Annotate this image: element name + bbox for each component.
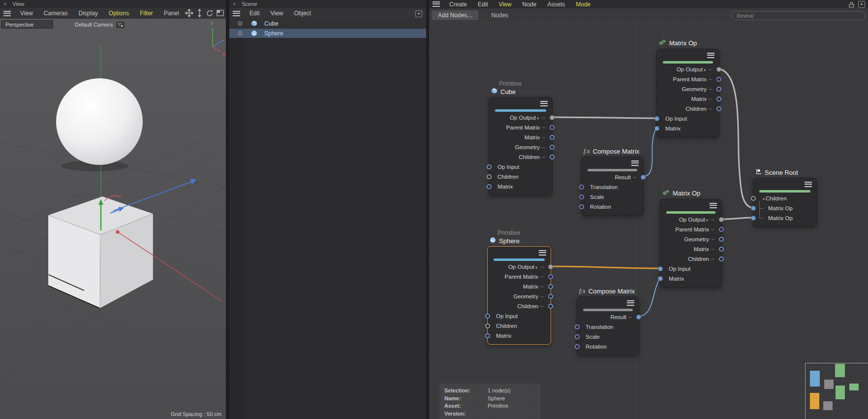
node-scene-root[interactable]: Scene Root▾ChildrenMatrix OpMatrix Op bbox=[753, 178, 817, 227]
projection-selector[interactable]: Perspective bbox=[1, 20, 53, 29]
port-in-scale[interactable] bbox=[579, 194, 584, 199]
menu-item-view[interactable]: View bbox=[494, 1, 517, 8]
port-out-parent-matrix[interactable] bbox=[550, 125, 555, 130]
node-compose-matrix-2[interactable]: f:xCompose MatrixResultTranslationScaleR… bbox=[577, 296, 639, 355]
port-in-children[interactable] bbox=[751, 196, 756, 201]
menu-item-node[interactable]: Node bbox=[517, 1, 542, 8]
reveal-search-input[interactable] bbox=[731, 11, 865, 20]
menu-item-display[interactable]: Display bbox=[73, 10, 103, 17]
node-title[interactable]: Sphere bbox=[490, 237, 520, 245]
tab-nodes[interactable]: Nodes bbox=[491, 12, 508, 19]
port-in-op-input[interactable] bbox=[487, 164, 492, 169]
wire-matrix-op-2-op-output-to-scene-root-child-2[interactable] bbox=[722, 218, 753, 219]
node-menu-icon[interactable] bbox=[539, 250, 546, 256]
node-title[interactable]: Cube bbox=[491, 88, 516, 96]
node-cube[interactable]: PrimitiveCubeOp Output▾Parent MatrixMatr… bbox=[489, 97, 553, 195]
panel-unfold-icon[interactable]: + bbox=[415, 10, 422, 17]
port-out-result[interactable] bbox=[641, 175, 646, 180]
scene-list-item-cube[interactable]: Cube bbox=[229, 19, 426, 29]
port-in-matrix-op[interactable] bbox=[751, 216, 756, 221]
node-title[interactable]: f:xCompose Matrix bbox=[584, 147, 639, 155]
port-in-matrix[interactable] bbox=[654, 126, 659, 131]
port-out-children[interactable] bbox=[548, 304, 553, 309]
port-in-matrix[interactable] bbox=[487, 184, 492, 189]
navigator-minimap[interactable] bbox=[800, 360, 868, 419]
wire-compose-matrix-2-result-to-matrix-op-2-matrix[interactable] bbox=[639, 278, 660, 317]
minimap-node-matrix-op-2[interactable] bbox=[836, 386, 845, 399]
port-out-op-output[interactable] bbox=[550, 115, 555, 120]
chevron-down-icon[interactable]: ▾ bbox=[534, 265, 538, 270]
port-out-op-output[interactable] bbox=[719, 217, 724, 222]
port-out-matrix[interactable] bbox=[719, 247, 724, 252]
port-in-translation[interactable] bbox=[575, 324, 580, 329]
minimap-node-matrix-op-1[interactable] bbox=[835, 364, 845, 377]
port-out-parent-matrix[interactable] bbox=[548, 274, 553, 279]
port-out-matrix[interactable] bbox=[550, 135, 555, 140]
menu-item-create[interactable]: Create bbox=[444, 1, 472, 8]
active-camera-label[interactable]: Default Camera bbox=[75, 21, 124, 29]
menu-item-edit[interactable]: Edit bbox=[472, 1, 494, 8]
port-out-parent-matrix[interactable] bbox=[719, 227, 724, 232]
hamburger-menu-icon[interactable] bbox=[233, 11, 240, 16]
node-title[interactable]: f:xCompose Matrix bbox=[579, 287, 635, 295]
move-view-icon[interactable] bbox=[185, 9, 193, 17]
port-in-children[interactable] bbox=[487, 174, 492, 179]
port-out-children[interactable] bbox=[719, 257, 724, 261]
port-out-parent-matrix[interactable] bbox=[716, 77, 721, 82]
menu-item-panel[interactable]: Panel bbox=[158, 10, 185, 17]
port-in-op-input[interactable] bbox=[654, 116, 659, 121]
minimap-node-scene-root[interactable] bbox=[849, 384, 859, 390]
rotate-view-icon[interactable] bbox=[206, 9, 214, 17]
port-in-op-input[interactable] bbox=[658, 266, 663, 271]
wire-sphere-op-output-to-matrix-op-2-op-input[interactable] bbox=[551, 266, 660, 268]
node-compose-matrix-1[interactable]: f:xCompose MatrixResultTranslationScaleR… bbox=[581, 157, 644, 216]
menu-item-edit[interactable]: Edit bbox=[244, 10, 265, 17]
close-icon[interactable]: × bbox=[3, 1, 6, 7]
wire-cube-op-output-to-matrix-op-1-op-input[interactable] bbox=[553, 117, 656, 118]
layer-stack-icon[interactable] bbox=[237, 21, 243, 26]
viewport-layout-icon[interactable] bbox=[217, 10, 224, 16]
node-menu-icon[interactable] bbox=[631, 161, 639, 166]
port-out-op-output[interactable] bbox=[548, 264, 553, 269]
hamburger-menu-icon[interactable] bbox=[433, 1, 440, 7]
port-out-geometry[interactable] bbox=[550, 145, 555, 150]
node-menu-icon[interactable] bbox=[710, 203, 717, 208]
minimap-node-compose-matrix-1[interactable] bbox=[824, 380, 834, 389]
port-out-matrix[interactable] bbox=[548, 284, 553, 289]
menu-item-view[interactable]: View bbox=[265, 10, 289, 17]
node-menu-icon[interactable] bbox=[707, 53, 714, 58]
node-menu-icon[interactable] bbox=[627, 300, 634, 306]
port-in-translation[interactable] bbox=[579, 185, 584, 190]
hamburger-menu-icon[interactable] bbox=[3, 11, 11, 16]
menu-item-filter[interactable]: Filter bbox=[134, 10, 158, 17]
lock-icon[interactable] bbox=[849, 1, 854, 8]
node-menu-icon[interactable] bbox=[805, 182, 812, 187]
port-in-rotation[interactable] bbox=[575, 344, 580, 349]
panel-unfold-icon[interactable]: + bbox=[858, 1, 865, 8]
port-out-geometry[interactable] bbox=[719, 237, 724, 242]
node-matrix-op-1[interactable]: Matrix OpOp Output▾Parent MatrixGeometry… bbox=[656, 49, 719, 137]
port-in-rotation[interactable] bbox=[579, 204, 584, 209]
port-out-geometry[interactable] bbox=[716, 87, 721, 92]
sphere-object[interactable] bbox=[56, 78, 143, 165]
minimap-node-cube[interactable] bbox=[810, 371, 820, 387]
minimap-node-sphere[interactable] bbox=[810, 393, 819, 409]
dolly-view-icon[interactable] bbox=[196, 9, 203, 17]
port-in-matrix[interactable] bbox=[485, 333, 490, 338]
node-sphere[interactable]: PrimitiveSphereOp Output▾Parent MatrixMa… bbox=[487, 246, 551, 345]
menu-item-cameras[interactable]: Cameras bbox=[38, 10, 73, 17]
node-title[interactable]: Matrix Op bbox=[659, 39, 697, 47]
port-in-op-input[interactable] bbox=[485, 314, 490, 319]
scene-list-item-sphere[interactable]: Sphere bbox=[229, 29, 426, 38]
port-out-children[interactable] bbox=[716, 106, 721, 111]
camera-settings-icon[interactable] bbox=[116, 22, 124, 28]
node-matrix-op-2[interactable]: Matrix OpOp Output▾Parent MatrixGeometry… bbox=[660, 199, 722, 288]
close-icon[interactable]: × bbox=[233, 1, 236, 7]
menu-item-assets[interactable]: Assets bbox=[542, 1, 570, 8]
chevron-down-icon[interactable]: ▾ bbox=[705, 218, 709, 223]
node-title[interactable]: Matrix Op bbox=[662, 190, 700, 197]
menu-item-options[interactable]: Options bbox=[103, 10, 134, 17]
port-in-children[interactable] bbox=[485, 323, 490, 328]
menu-item-view[interactable]: View bbox=[15, 10, 38, 17]
node-graph-canvas[interactable]: PrimitiveCubeOp Output▾Parent MatrixMatr… bbox=[429, 22, 868, 419]
